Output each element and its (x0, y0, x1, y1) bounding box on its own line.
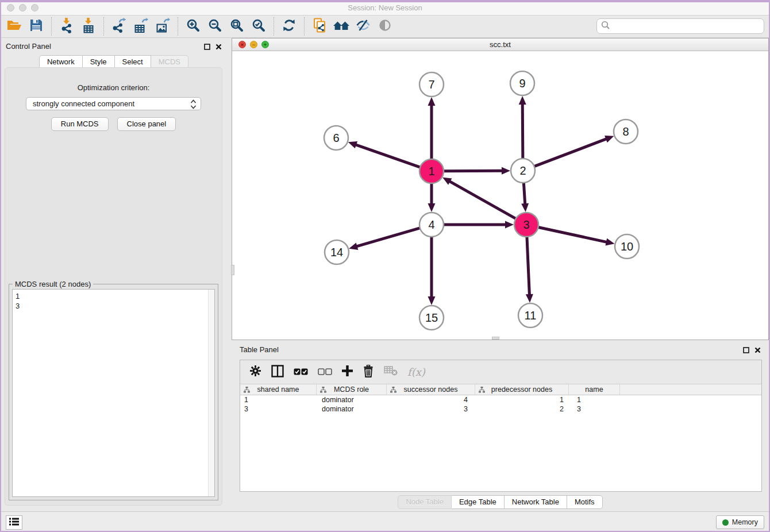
zoom-out-button[interactable] (204, 17, 226, 36)
refresh-button[interactable] (278, 17, 300, 36)
save-session-button[interactable] (25, 17, 47, 36)
zoom-in-icon (186, 18, 200, 34)
graph-edge-3-11[interactable] (527, 237, 530, 295)
search-field[interactable] (596, 18, 764, 34)
memory-label: Memory (732, 518, 758, 526)
table-cell: 1 (569, 396, 620, 404)
home-button[interactable] (330, 17, 352, 36)
contrast-eye-button[interactable] (374, 17, 396, 36)
graph-edge-3-1[interactable] (449, 181, 515, 219)
result-scrollbar[interactable] (208, 290, 214, 496)
graph-edge-1-6[interactable] (355, 145, 420, 168)
memory-status-icon (722, 519, 729, 526)
graph-edge-arrowhead (519, 96, 526, 105)
canvas-scroll-thumb[interactable] (231, 265, 234, 275)
table-row[interactable]: 3dominator323 (240, 404, 761, 414)
import-network-button[interactable] (56, 17, 78, 36)
plus-icon (342, 365, 353, 379)
export-network-button[interactable] (108, 17, 130, 36)
network-view-window: × − + scc.txt 1234678910111415 (232, 38, 769, 340)
graph-edge-arrowhead (349, 242, 358, 249)
table-cell: 4 (387, 396, 475, 404)
column-header-name[interactable]: name (569, 384, 620, 395)
checked-boxes-icon (294, 367, 308, 377)
open-file-button[interactable] (3, 17, 25, 36)
graph-edge-arrowhead (605, 136, 614, 142)
graph-edge-2-8[interactable] (534, 138, 607, 166)
column-header-successor-nodes[interactable]: successor nodes (387, 384, 475, 395)
task-history-button[interactable] (6, 515, 22, 530)
graph-edge-3-10[interactable] (538, 227, 607, 242)
table-cell: 3 (240, 405, 317, 413)
close-panel-button[interactable]: Close panel (117, 117, 176, 131)
search-input[interactable] (613, 22, 764, 30)
close-panel-icon[interactable] (215, 42, 222, 52)
add-column-button[interactable] (342, 365, 353, 379)
graph-edge-4-14[interactable] (356, 228, 420, 246)
clone-network-button[interactable] (309, 17, 330, 36)
table-settings-button[interactable] (249, 365, 261, 379)
optimization-criterion-select[interactable]: strongly connected component (26, 97, 201, 110)
split-columns-button[interactable] (271, 365, 284, 380)
table-panel-title: Table Panel (240, 345, 279, 354)
graph-edge-2-9[interactable] (522, 103, 523, 159)
zoom-selected-icon (252, 18, 265, 34)
optimization-criterion-value: strongly connected component (33, 99, 134, 108)
control-panel: Control Panel Network Style Select MCDS … (0, 38, 228, 511)
graph-node-label: 9 (519, 77, 525, 90)
status-bar: Memory (0, 511, 770, 532)
memory-button[interactable]: Memory (716, 515, 764, 529)
table-tabs: Node Table Edge Table Network Table Moti… (232, 495, 769, 509)
tab-edge-table[interactable]: Edge Table (452, 495, 505, 509)
import-table-button[interactable] (78, 17, 99, 36)
import-table-icon (82, 18, 95, 36)
delete-column-button[interactable] (363, 365, 374, 380)
graph-node-label: 6 (333, 132, 339, 144)
select-all-columns-button[interactable] (294, 367, 308, 377)
mcds-panel: Optimization criterion: strongly connect… (5, 67, 222, 506)
close-panel-icon[interactable] (754, 345, 761, 356)
delete-table-icon (384, 366, 398, 378)
table-row[interactable]: 1dominator411 (240, 395, 761, 404)
column-header-mcds-role[interactable]: MCDS role (317, 384, 387, 395)
main-toolbar (0, 16, 770, 38)
graph-edge-arrowhead (521, 203, 529, 212)
graph-node-label: 14 (330, 246, 343, 259)
data-type-icon (244, 387, 250, 395)
column-header-predecessor-nodes[interactable]: predecessor nodes (475, 384, 569, 395)
search-icon (601, 21, 610, 32)
zoom-in-button[interactable] (182, 17, 204, 36)
canvas-scroll-thumb[interactable] (492, 337, 499, 340)
network-canvas[interactable]: 1234678910111415 (232, 51, 768, 340)
graph-node-label: 4 (428, 218, 434, 231)
graph-edge-1-2[interactable] (444, 171, 503, 171)
network-window-titlebar[interactable]: × − + scc.txt (232, 38, 768, 51)
zoom-selected-button[interactable] (248, 17, 270, 36)
fx-icon: f(x) (407, 366, 425, 378)
table-cell: 2 (475, 405, 569, 413)
table-cell: 1 (240, 396, 317, 404)
float-panel-icon[interactable] (743, 345, 749, 356)
data-type-icon (390, 387, 396, 395)
hide-annotations-button[interactable] (352, 17, 374, 36)
graph-edge-arrowhead (348, 141, 357, 148)
run-mcds-button[interactable]: Run MCDS (51, 117, 109, 131)
column-header-shared-name[interactable]: shared name (240, 384, 317, 395)
graph-edge-2-3[interactable] (523, 183, 525, 205)
list-icon (9, 517, 20, 529)
mcds-result-box[interactable]: 1 3 (12, 289, 215, 497)
delete-table-button[interactable] (384, 366, 398, 378)
export-image-button[interactable] (152, 17, 174, 36)
graph-edge-arrowhead (502, 167, 510, 175)
export-table-button[interactable] (130, 17, 152, 36)
function-builder-button[interactable]: f(x) (407, 366, 425, 378)
tab-network-table[interactable]: Network Table (505, 495, 567, 509)
graph-node-label: 3 (523, 218, 529, 231)
float-panel-icon[interactable] (204, 42, 210, 52)
deselect-all-columns-button[interactable] (318, 367, 332, 377)
tab-motifs[interactable]: Motifs (567, 495, 603, 509)
unchecked-boxes-icon (318, 367, 332, 377)
tab-node-table[interactable]: Node Table (398, 495, 452, 509)
zoom-fit-button[interactable] (226, 17, 248, 36)
table-cell: dominator (317, 405, 387, 413)
